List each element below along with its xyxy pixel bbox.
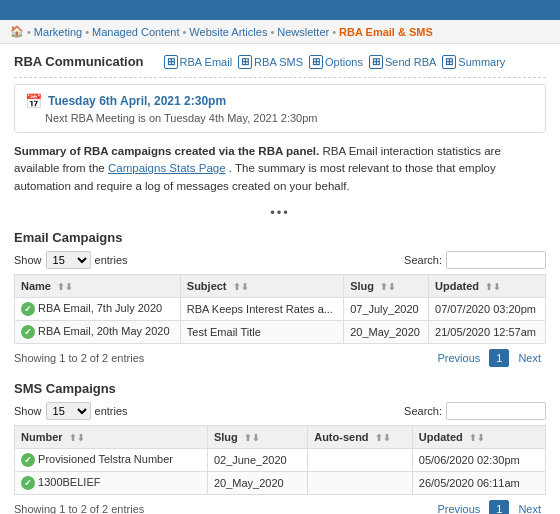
email-prev-button[interactable]: Previous <box>432 350 485 366</box>
email-page-num[interactable]: 1 <box>489 349 509 367</box>
summary-link[interactable]: Campaigns Stats Page <box>108 162 226 174</box>
summary-bold: Summary of RBA campaigns created via the… <box>14 145 319 157</box>
email-entries-label: entries <box>95 254 128 266</box>
sms-table-footer: Showing 1 to 2 of 2 entries Previous 1 N… <box>14 500 546 514</box>
email-campaigns-table: Name ⬆⬇ Subject ⬆⬇ Slug ⬆⬇ Updated ⬆⬇ <box>14 274 546 344</box>
tab-summary-label: Summary <box>458 56 505 68</box>
email-col-slug[interactable]: Slug ⬆⬇ <box>344 274 429 297</box>
sms-col-slug[interactable]: Slug ⬆⬇ <box>207 425 307 448</box>
breadcrumb-marketing[interactable]: Marketing <box>34 26 82 38</box>
sms-row-slug: 02_June_2020 <box>207 448 307 471</box>
sms-table-row: ✓ Provisioned Telstra Number 02_June_202… <box>15 448 546 471</box>
sms-status-icon: ✓ <box>21 476 35 490</box>
email-name-text: RBA Email, 7th July 2020 <box>38 302 162 314</box>
sms-prev-button[interactable]: Previous <box>432 501 485 514</box>
sms-campaigns-table: Number ⬆⬇ Slug ⬆⬇ Auto-send ⬆⬇ Updated ⬆… <box>14 425 546 495</box>
ellipsis-separator: ••• <box>14 205 546 220</box>
page-header: RBA Communication ⊞ RBA Email ⊞ RBA SMS … <box>14 54 546 69</box>
tab-send-rba-icon: ⊞ <box>369 55 383 69</box>
email-next-button[interactable]: Next <box>513 350 546 366</box>
email-col-updated-sort: ⬆⬇ <box>485 282 501 292</box>
sms-col-number-sort: ⬆⬇ <box>69 433 85 443</box>
sms-col-slug-sort: ⬆⬇ <box>244 433 260 443</box>
sms-pagination: Previous 1 Next <box>432 500 546 514</box>
sms-search-label: Search: <box>404 405 442 417</box>
email-row-updated: 21/05/2020 12:57am <box>429 320 546 343</box>
top-nav <box>0 0 560 20</box>
email-row-name: ✓ RBA Email, 20th May 2020 <box>15 320 181 343</box>
sms-row-autosend <box>308 471 413 494</box>
email-row-subject: Test Email Title <box>180 320 343 343</box>
meeting-box: 📅 Tuesday 6th April, 2021 2:30pm Next RB… <box>14 84 546 133</box>
tab-send-rba[interactable]: ⊞ Send RBA <box>369 55 436 69</box>
email-col-subject-sort: ⬆⬇ <box>233 282 249 292</box>
sms-search-box: Search: <box>404 402 546 420</box>
tab-bar: ⊞ RBA Email ⊞ RBA SMS ⊞ Options ⊞ Send R… <box>164 55 506 69</box>
sms-col-updated[interactable]: Updated ⬆⬇ <box>412 425 545 448</box>
sms-next-button[interactable]: Next <box>513 501 546 514</box>
email-status-icon: ✓ <box>21 302 35 316</box>
breadcrumb-sep: • <box>27 26 31 38</box>
breadcrumb-managed-content[interactable]: Managed Content <box>92 26 179 38</box>
email-row-updated: 07/07/2020 03:20pm <box>429 297 546 320</box>
home-icon: 🏠 <box>10 25 24 38</box>
sms-col-number[interactable]: Number ⬆⬇ <box>15 425 208 448</box>
email-status-icon: ✓ <box>21 325 35 339</box>
tab-rba-email[interactable]: ⊞ RBA Email <box>164 55 233 69</box>
tab-options-label: Options <box>325 56 363 68</box>
sms-show-entries: Show 15 25 50 100 entries <box>14 402 128 420</box>
meeting-next: Next RBA Meeting is on Tuesday 4th May, … <box>45 112 535 124</box>
email-col-slug-sort: ⬆⬇ <box>380 282 396 292</box>
email-show-entries: Show 15 25 50 100 entries <box>14 251 128 269</box>
tab-rba-sms[interactable]: ⊞ RBA SMS <box>238 55 303 69</box>
email-col-updated[interactable]: Updated ⬆⬇ <box>429 274 546 297</box>
breadcrumb: 🏠 • Marketing • Managed Content • Websit… <box>0 20 560 44</box>
sms-col-updated-sort: ⬆⬇ <box>469 433 485 443</box>
sms-col-autosend-sort: ⬆⬇ <box>375 433 391 443</box>
breadcrumb-newsletter[interactable]: Newsletter <box>277 26 329 38</box>
sms-row-number: ✓ 1300BELIEF <box>15 471 208 494</box>
email-table-controls: Show 15 25 50 100 entries Search: <box>14 251 546 269</box>
sms-number-text: 1300BELIEF <box>38 476 100 488</box>
breadcrumb-sep5: • <box>332 26 336 38</box>
email-name-text: RBA Email, 20th May 2020 <box>38 325 169 337</box>
sms-row-autosend <box>308 448 413 471</box>
tab-summary[interactable]: ⊞ Summary <box>442 55 505 69</box>
meeting-date: Tuesday 6th April, 2021 2:30pm <box>48 94 226 108</box>
sms-search-input[interactable] <box>446 402 546 420</box>
summary-box: Summary of RBA campaigns created via the… <box>14 143 546 195</box>
email-col-name-sort: ⬆⬇ <box>57 282 73 292</box>
sms-row-slug: 20_May_2020 <box>207 471 307 494</box>
email-col-subject[interactable]: Subject ⬆⬇ <box>180 274 343 297</box>
tab-rba-email-label: RBA Email <box>180 56 233 68</box>
tab-send-rba-label: Send RBA <box>385 56 436 68</box>
email-row-name: ✓ RBA Email, 7th July 2020 <box>15 297 181 320</box>
sms-row-updated: 26/05/2020 06:11am <box>412 471 545 494</box>
email-search-label: Search: <box>404 254 442 266</box>
breadcrumb-sep3: • <box>182 26 186 38</box>
tab-options-icon: ⊞ <box>309 55 323 69</box>
email-table-footer: Showing 1 to 2 of 2 entries Previous 1 N… <box>14 349 546 367</box>
sms-page-num[interactable]: 1 <box>489 500 509 514</box>
breadcrumb-current: RBA Email & SMS <box>339 26 433 38</box>
email-entries-select[interactable]: 15 25 50 100 <box>46 251 91 269</box>
tab-rba-email-icon: ⊞ <box>164 55 178 69</box>
tab-rba-sms-icon: ⊞ <box>238 55 252 69</box>
email-col-name[interactable]: Name ⬆⬇ <box>15 274 181 297</box>
email-row-slug: 07_July_2020 <box>344 297 429 320</box>
sms-col-autosend[interactable]: Auto-send ⬆⬇ <box>308 425 413 448</box>
email-row-slug: 20_May_2020 <box>344 320 429 343</box>
sms-entries-select[interactable]: 15 25 50 100 <box>46 402 91 420</box>
email-search-input[interactable] <box>446 251 546 269</box>
sms-show-label: Show <box>14 405 42 417</box>
email-show-label: Show <box>14 254 42 266</box>
calendar-icon: 📅 <box>25 93 42 109</box>
breadcrumb-sep4: • <box>270 26 274 38</box>
breadcrumb-website-articles[interactable]: Website Articles <box>189 26 267 38</box>
email-showing: Showing 1 to 2 of 2 entries <box>14 352 144 364</box>
tab-options[interactable]: ⊞ Options <box>309 55 363 69</box>
email-pagination: Previous 1 Next <box>432 349 546 367</box>
tab-summary-icon: ⊞ <box>442 55 456 69</box>
email-search-box: Search: <box>404 251 546 269</box>
sms-number-text: Provisioned Telstra Number <box>38 453 173 465</box>
